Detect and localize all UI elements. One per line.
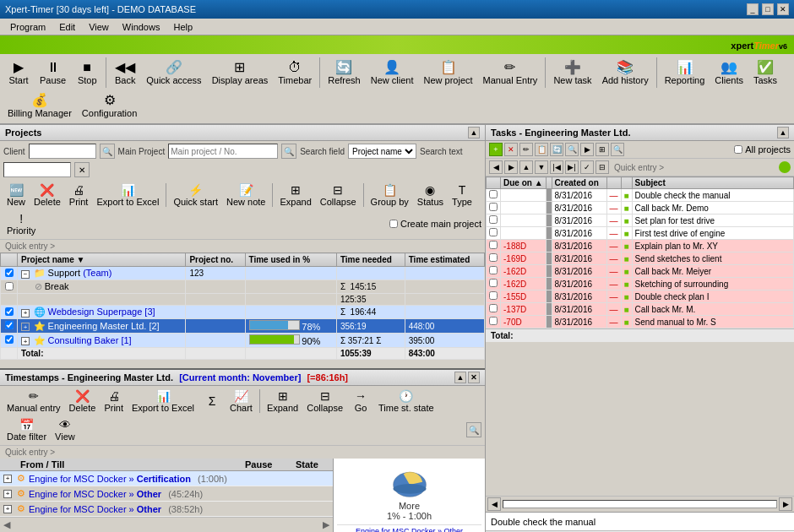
client-input[interactable] [29, 144, 96, 159]
ts-export-btn[interactable]: 📊 Export to Excel [128, 388, 198, 415]
menu-help[interactable]: Help [166, 21, 199, 33]
col-project-name[interactable]: Project name ▼ [18, 253, 186, 267]
display-areas-button[interactable]: ⊞ Display areas [208, 57, 273, 88]
projects-collapse-btn[interactable]: ⊟ Collapse [317, 182, 360, 209]
main-project-search-icon[interactable]: 🔍 [281, 144, 296, 159]
task-checkbox[interactable] [489, 279, 498, 287]
table-row[interactable]: -137D 8/31/2016 — ■ Call back Mr. M. [487, 303, 794, 316]
expand-btn[interactable]: − [21, 270, 30, 279]
col-time-estimated[interactable]: Time estimated [405, 253, 484, 267]
new-project-button[interactable]: 📋 New project [419, 57, 476, 88]
new-task-button[interactable]: ➕ New task [549, 57, 596, 88]
ts-chart-btn[interactable]: 📈 Chart [226, 388, 256, 415]
ts-datefilter-btn[interactable]: 📅 Date filter [3, 416, 50, 443]
tasks-scroll-right[interactable]: ▶ [779, 497, 792, 511]
pause-button[interactable]: ⏸ Pause [35, 57, 70, 88]
ts-expand-btn2[interactable]: + [3, 490, 12, 498]
timestamps-close-btn[interactable]: ✕ [468, 372, 480, 383]
close-button[interactable]: ✕ [777, 3, 789, 15]
table-row[interactable]: + ⭐ Engineering Master Ltd. [2] 78% 356:… [1, 319, 485, 334]
tasks-col-due-on[interactable]: Due on ▲ [501, 177, 547, 189]
projects-priority-btn[interactable]: ! Priority [3, 210, 39, 237]
tasks-refresh-btn[interactable]: 🔄 [550, 143, 563, 156]
table-row[interactable]: ⊘ Break Σ 145:15 [1, 280, 485, 294]
timestamps-quick-entry[interactable]: Quick entry > [0, 446, 485, 459]
tasks-button[interactable]: ✅ Tasks [749, 57, 781, 88]
ts-go-btn[interactable]: → Go [348, 388, 373, 415]
tasks-grid-btn[interactable]: ⊞ [596, 143, 609, 156]
table-row[interactable]: -188D 8/31/2016 — ■ Explain plan to Mr. … [487, 240, 794, 252]
ts-manual-entry-btn[interactable]: ✏ Manual entry [3, 388, 64, 415]
ts-expand-btn[interactable]: + [3, 475, 12, 483]
reporting-button[interactable]: 📊 Reporting [661, 57, 710, 88]
projects-quickstart-btn[interactable]: ⚡ Quick start [170, 182, 221, 209]
refresh-button[interactable]: 🔄 Refresh [324, 57, 365, 88]
row-checkbox[interactable] [5, 321, 14, 329]
table-row[interactable]: 8/31/2016 — ■ Set plan for test drive [487, 214, 794, 227]
row-checkbox[interactable] [5, 282, 14, 290]
table-row[interactable]: + 🌐 Webdesign Superpage [3] Σ 196:44 [1, 306, 485, 319]
expand-btn[interactable]: + [21, 337, 30, 345]
tasks-nav-fwd-btn[interactable]: ▶ [504, 160, 518, 174]
list-item[interactable]: + ⚙ Engine for MSC Docker » Other (45:24… [0, 486, 333, 502]
tasks-scrollbar[interactable] [503, 500, 777, 508]
ts-sigma-btn[interactable]: Σ [199, 393, 225, 410]
clients-button[interactable]: 👥 Clients [710, 57, 748, 88]
row-checkbox[interactable] [5, 307, 14, 316]
ts-search-btn[interactable]: 🔍 [466, 422, 481, 437]
client-search-icon[interactable]: 🔍 [100, 144, 115, 159]
projects-type-btn[interactable]: T Type [449, 182, 476, 209]
tasks-filter-btn[interactable]: 🔍 [565, 143, 579, 156]
task-checkbox[interactable] [489, 291, 498, 300]
search-text-input[interactable] [3, 162, 71, 177]
tasks-nav-first-btn[interactable]: |◀ [550, 160, 563, 174]
start-button[interactable]: ▶ Start [3, 57, 34, 88]
projects-newnote-btn[interactable]: 📝 New note [223, 182, 269, 209]
menu-view[interactable]: View [82, 21, 116, 33]
stop-button[interactable]: ■ Stop [72, 57, 102, 88]
projects-delete-btn[interactable]: ❌ Delete [30, 182, 64, 209]
tasks-scroll-left[interactable]: ◀ [487, 497, 501, 511]
row-checkbox[interactable] [5, 269, 14, 277]
table-row[interactable]: -70D 8/31/2016 — ■ Send manual to Mr. S [487, 316, 794, 328]
table-row[interactable]: 8/31/2016 — ■ Double check the manual [487, 189, 794, 202]
list-item[interactable]: + ⚙ Engine for MSC Docker » Certificatio… [0, 471, 333, 486]
menu-edit[interactable]: Edit [52, 21, 82, 33]
task-checkbox[interactable] [489, 253, 498, 262]
table-row[interactable]: -169D 8/31/2016 — ■ Send sketches to cli… [487, 252, 794, 265]
tasks-col-subject[interactable]: Subject [632, 177, 793, 189]
tasks-nav-down-btn[interactable]: ▼ [535, 160, 548, 174]
quick-access-button[interactable]: 🔗 Quick access [142, 57, 205, 88]
col-time-needed[interactable]: Time needed [336, 253, 405, 267]
projects-export-btn[interactable]: 📊 Export to Excel [93, 182, 162, 209]
table-row[interactable]: − 📁 Support (Team) 123 [1, 267, 485, 280]
task-checkbox[interactable] [489, 317, 498, 325]
tasks-edit-btn[interactable]: ✏ [519, 143, 533, 156]
tasks-add-btn[interactable]: + [489, 143, 503, 156]
ts-expand-btn[interactable]: ⊞ Expand [264, 388, 302, 415]
main-project-input[interactable] [168, 144, 278, 159]
ts-expand-btn3[interactable]: + [3, 505, 12, 513]
all-projects-checkbox[interactable] [734, 145, 742, 154]
tasks-search-btn[interactable]: 🔍 [611, 143, 624, 156]
menu-program[interactable]: Program [3, 21, 52, 33]
row-checkbox[interactable] [5, 335, 14, 344]
tasks-copy-btn[interactable]: 📋 [535, 143, 548, 156]
tasks-nav-back-btn[interactable]: ◀ [489, 160, 503, 174]
tasks-remove-btn[interactable]: ✕ [504, 143, 518, 156]
menu-windows[interactable]: Windows [116, 21, 167, 33]
maximize-button[interactable]: □ [762, 3, 774, 15]
task-checkbox[interactable] [489, 215, 498, 224]
tasks-nav-cols-btn[interactable]: ⊟ [596, 160, 609, 174]
new-client-button[interactable]: 👤 New client [367, 57, 418, 88]
projects-quick-entry[interactable]: Quick entry > [0, 240, 485, 252]
search-text-clear-icon[interactable]: ✕ [74, 162, 90, 177]
ts-delete-btn[interactable]: ❌ Delete [66, 388, 100, 415]
ts-collapse-btn[interactable]: ⊟ Collapse [303, 388, 346, 415]
task-checkbox[interactable] [489, 241, 498, 249]
ts-print-btn[interactable]: 🖨 Print [101, 388, 127, 415]
minimize-button[interactable]: _ [747, 3, 759, 15]
task-checkbox[interactable] [489, 266, 498, 274]
timestamps-minimize-btn[interactable]: ▲ [454, 372, 466, 383]
ts-view-btn[interactable]: 👁 View [52, 416, 79, 443]
